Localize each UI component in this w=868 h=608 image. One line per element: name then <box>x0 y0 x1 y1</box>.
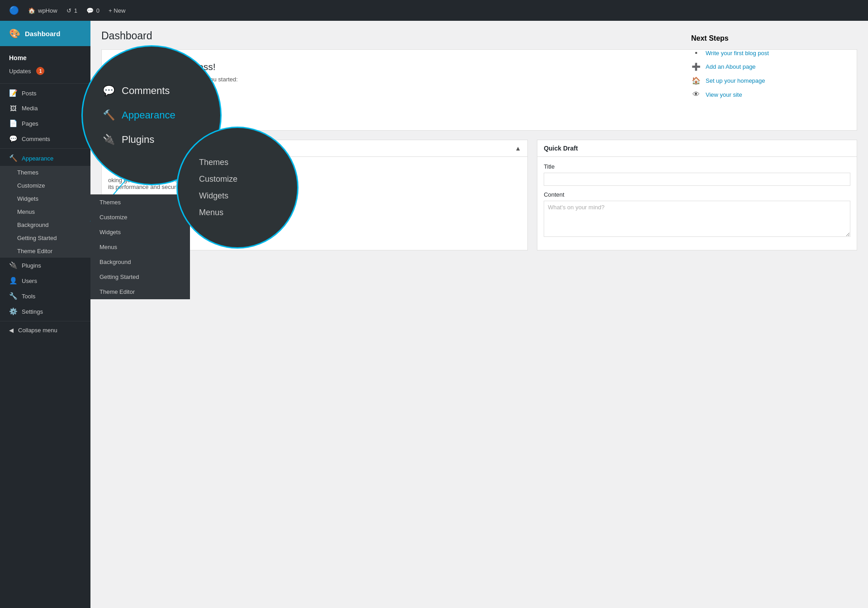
media-icon: 🖼 <box>9 104 17 112</box>
big-comments-icon: 💬 <box>102 85 115 97</box>
updates-count: 1 <box>74 7 77 14</box>
appearance-dropdown-menu: Themes Customize Widgets Menus Backgroun… <box>90 194 190 299</box>
plugins-label: Plugins <box>22 262 41 269</box>
edit-post-icon: ▪ <box>691 49 701 57</box>
sidebar-collapse-button[interactable]: ◀ Collapse menu <box>0 323 90 337</box>
quick-draft-title: Quick Draft <box>544 145 578 152</box>
dashboard-icon: 🎨 <box>9 28 20 39</box>
sidebar-item-tools[interactable]: 🔧 Tools <box>0 288 90 304</box>
home-icon: 🏠 <box>28 7 35 14</box>
write-post-link[interactable]: Write your first blog post <box>706 50 769 57</box>
submenu-getting-started[interactable]: Getting Started <box>2 231 90 245</box>
big-circle-comments[interactable]: 💬 Comments <box>102 79 201 103</box>
next-step-1: ▪ Write your first blog post <box>691 49 845 57</box>
big-circle-plugins[interactable]: 🔌 Plugins <box>102 127 201 152</box>
collapse-label: Collapse menu <box>18 327 57 334</box>
collapse-icon: ◀ <box>9 327 14 334</box>
site-name-bar[interactable]: 🏠 wpHow <box>24 0 62 21</box>
customize-area: Customiize Your Site or or change your t… <box>114 90 845 121</box>
sidebar-item-users[interactable]: 👤 Users <box>0 273 90 288</box>
home-group: Home Updates 1 <box>0 46 90 81</box>
sidebar-item-comments[interactable]: 💬 Comments <box>0 131 90 146</box>
site-name-text: wpHow <box>38 7 57 14</box>
add-about-link[interactable]: Add an About page <box>706 63 756 70</box>
small-circle-widgets[interactable]: Widgets <box>199 188 276 204</box>
updates-bar[interactable]: ↺ 1 <box>62 0 82 21</box>
comments-icon: 💬 <box>86 7 94 14</box>
dashboard-label: Dashboard <box>25 30 60 38</box>
appearance-icon: 🔨 <box>9 154 17 162</box>
dropdown-theme-editor[interactable]: Theme Editor <box>90 284 190 299</box>
posts-label: Posts <box>22 90 37 97</box>
dropdown-widgets[interactable]: Widgets <box>90 225 190 240</box>
draft-content-textarea[interactable] <box>544 201 850 237</box>
sidebar-item-posts[interactable]: 📝 Posts <box>0 85 90 101</box>
big-circle-appearance[interactable]: 🔨 Appearance <box>102 103 201 127</box>
sidebar-divider-1 <box>0 83 90 84</box>
welcome-or: or or change your theme completely <box>114 114 845 121</box>
appearance-submenu: Themes Customize Widgets Menus Backgroun… <box>0 166 90 258</box>
dropdown-background[interactable]: Background <box>90 255 190 269</box>
submenu-widgets[interactable]: Widgets <box>2 192 90 205</box>
tools-icon: 🔧 <box>9 292 17 300</box>
at-a-glance-toggle[interactable]: ▲ <box>515 145 521 152</box>
updates-badge: 1 <box>36 67 44 75</box>
setup-homepage-link[interactable]: Set up your homepage <box>706 77 765 84</box>
wp-logo[interactable]: 🔵 <box>5 0 24 21</box>
appearance-label: Appearance <box>22 155 53 162</box>
big-circle-plugins-label: Plugins <box>122 134 154 146</box>
sidebar-item-media[interactable]: 🖼 Media <box>0 101 90 116</box>
submenu-menus[interactable]: Menus <box>2 205 90 218</box>
users-icon: 👤 <box>9 277 17 285</box>
sidebar-item-appearance[interactable]: 🔨 Appearance <box>0 151 90 166</box>
new-content-bar[interactable]: + New <box>104 0 130 21</box>
pages-label: Pages <box>22 120 38 127</box>
title-label: Title <box>544 163 850 170</box>
updates-label: Updates <box>9 68 31 75</box>
content-label: Content <box>544 191 850 198</box>
submenu-background[interactable]: Background <box>2 218 90 231</box>
pages-icon: 📄 <box>9 119 17 127</box>
users-label: Users <box>22 278 37 284</box>
submenu-themes[interactable]: Themes <box>2 166 90 179</box>
sidebar-item-updates[interactable]: Updates 1 <box>0 65 90 79</box>
small-menus-label: Menus <box>199 208 223 217</box>
dropdown-themes[interactable]: Themes <box>90 195 190 210</box>
sidebar-item-plugins[interactable]: 🔌 Plugins <box>0 258 90 273</box>
media-label: Media <box>22 105 38 112</box>
small-themes-label: Themes <box>199 158 228 167</box>
sidebar-item-home[interactable]: Home <box>0 51 90 65</box>
small-circle-customize[interactable]: Customize <box>199 171 276 188</box>
big-circle-comments-label: Comments <box>122 85 170 97</box>
big-plugins-icon: 🔌 <box>102 134 115 146</box>
posts-icon: 📝 <box>9 89 17 97</box>
next-steps-title: Next Steps <box>691 34 845 42</box>
sidebar-divider-3 <box>0 321 90 321</box>
small-circle-menus[interactable]: Menus <box>199 204 276 221</box>
small-circle-themes[interactable]: Themes <box>199 154 276 171</box>
submenu-customize[interactable]: Customize <box>2 179 90 192</box>
sidebar-item-settings[interactable]: ⚙️ Settings <box>0 304 90 319</box>
dropdown-customize[interactable]: Customize <box>90 210 190 225</box>
plugins-icon: 🔌 <box>9 261 17 269</box>
sidebar-item-pages[interactable]: 📄 Pages <box>0 116 90 131</box>
small-popup-circle: Themes Customize Widgets Menus <box>176 127 299 249</box>
next-step-2: ➕ Add an About page <box>691 62 845 71</box>
dropdown-menus[interactable]: Menus <box>90 240 190 255</box>
small-widgets-label: Widgets <box>199 191 228 201</box>
big-circle-appearance-label: Appearance <box>122 109 175 121</box>
wp-icon: 🔵 <box>9 5 19 15</box>
comments-bar[interactable]: 💬 0 <box>82 0 104 21</box>
quick-draft-body: Title Content <box>537 157 857 250</box>
add-page-icon: ➕ <box>691 62 701 71</box>
submenu-theme-editor[interactable]: Theme Editor <box>2 245 90 258</box>
draft-title-input[interactable] <box>544 173 850 186</box>
dashboard-logo[interactable]: 🎨 Dashboard <box>0 21 90 46</box>
comments-nav-icon: 💬 <box>9 135 17 143</box>
dropdown-getting-started[interactable]: Getting Started <box>90 269 190 284</box>
quick-draft-header: Quick Draft <box>537 140 857 157</box>
updates-icon: ↺ <box>66 7 71 14</box>
sidebar: 🎨 Dashboard Home Updates 1 📝 Posts 🖼 Med… <box>0 21 90 608</box>
next-step-3: 🏠 Set up your homepage <box>691 76 845 85</box>
settings-label: Settings <box>22 308 43 315</box>
